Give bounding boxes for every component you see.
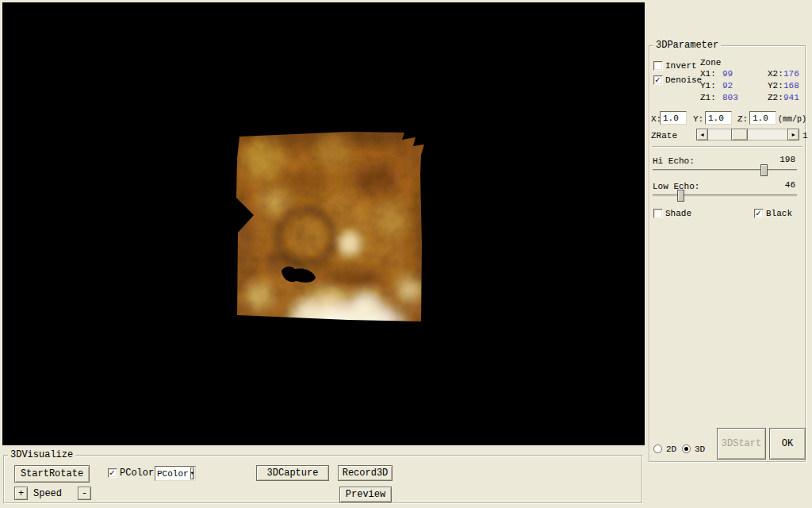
low-echo-slider-thumb[interactable] — [677, 190, 684, 202]
shade-label: Shade — [665, 209, 691, 219]
zone-y1-value: 92 — [722, 80, 768, 92]
mode-3d-label: 3D — [695, 444, 705, 455]
zone-x1-label: X1: — [700, 68, 722, 80]
zrate-label: ZRate — [651, 131, 677, 141]
scale-z-label: Z: — [737, 114, 748, 125]
zone-z2-label: Z2: — [768, 92, 783, 104]
black-label: Black — [766, 209, 792, 219]
low-echo-slider-track[interactable] — [653, 194, 797, 198]
zone-y2-value: 168 — [783, 80, 799, 92]
zone-y1-label: Y1: — [700, 80, 722, 92]
denoise-checkbox[interactable] — [653, 75, 663, 85]
low-echo-label: Low Echo: — [653, 182, 699, 192]
zone-y2-label: Y2: — [768, 80, 783, 92]
low-echo-value: 46 — [785, 180, 795, 190]
zone-z1-value: 803 — [722, 92, 768, 104]
pcolor-dropdown[interactable]: PColor ▼ — [155, 466, 196, 481]
zone-label: Zone — [700, 58, 806, 68]
scale-unit-label: (mm/p) — [778, 114, 806, 125]
scale-y-input[interactable] — [705, 111, 732, 125]
parameter-panel-title: 3DParameter — [653, 40, 721, 51]
denoise-label: Denoise — [665, 75, 702, 86]
hi-echo-slider-track[interactable] — [653, 169, 797, 172]
3dstart-button[interactable]: 3DStart — [717, 428, 766, 460]
arrow-right-icon: ► — [791, 132, 795, 138]
scale-z-input[interactable] — [749, 111, 776, 125]
zone-readout: Zone X1: 99 X2: 176 Y1: 92 Y2: 168 Z1: 8… — [700, 58, 806, 104]
zrate-scrollbar[interactable]: ◄ ► — [696, 129, 799, 140]
hi-echo-label: Hi Echo: — [653, 156, 695, 167]
zone-row-y: Y1: 92 Y2: 168 — [700, 80, 806, 92]
invert-label: Invert — [665, 61, 697, 71]
arrow-left-icon: ◄ — [700, 132, 703, 138]
zone-x2-label: X2: — [768, 68, 783, 80]
zone-x1-value: 99 — [722, 68, 768, 80]
visualize-panel: 3DVisualize StartRotate + Speed - PColor… — [3, 455, 642, 503]
zrate-scroll-right-button[interactable]: ► — [787, 129, 799, 140]
visualize-panel-title: 3DVisualize — [8, 449, 75, 460]
3dcapture-button[interactable]: 3DCapture — [256, 465, 329, 481]
zone-x2-value: 176 — [783, 68, 799, 80]
start-rotate-button[interactable]: StartRotate — [14, 465, 90, 483]
scale-y-label: Y: — [693, 114, 703, 125]
zrate-scroll-left-button[interactable]: ◄ — [696, 129, 708, 140]
invert-checkbox[interactable] — [653, 61, 663, 71]
pcolor-label: PColor — [120, 468, 154, 479]
ok-button[interactable]: OK — [769, 428, 806, 460]
ultrasound-3d-render — [229, 126, 429, 326]
zone-row-x: X1: 99 X2: 176 — [700, 68, 806, 80]
speed-label: Speed — [33, 489, 62, 499]
app-window: 3DParameter Invert Denoise Zone X1: 99 X… — [0, 0, 812, 508]
shade-checkbox[interactable] — [653, 209, 663, 218]
zone-row-z: Z1: 803 Z2: 941 — [700, 92, 806, 104]
preview-button[interactable]: Preview — [339, 487, 392, 502]
mode-3d-radio[interactable] — [682, 444, 691, 453]
scale-x-input[interactable] — [660, 111, 687, 125]
hi-echo-slider-thumb[interactable] — [760, 164, 768, 176]
zrate-scroll-thumb[interactable] — [731, 129, 748, 140]
record3d-button[interactable]: Record3D — [338, 465, 393, 481]
black-checkbox[interactable] — [754, 209, 764, 218]
separator — [652, 146, 802, 148]
zone-z2-value: 941 — [783, 92, 799, 104]
parameter-panel: 3DParameter Invert Denoise Zone X1: 99 X… — [649, 45, 806, 462]
speed-minus-button[interactable]: - — [78, 487, 91, 500]
hi-echo-value: 198 — [779, 155, 795, 164]
pcolor-checkbox[interactable] — [108, 468, 117, 478]
pcolor-dropdown-value: PColor — [155, 469, 190, 479]
chevron-down-icon[interactable]: ▼ — [190, 468, 195, 479]
mode-2d-radio[interactable] — [653, 444, 662, 453]
mode-2d-label: 2D — [666, 444, 676, 455]
render-viewport[interactable] — [2, 2, 645, 445]
zone-z1-label: Z1: — [700, 92, 722, 104]
zrate-value: 1 — [802, 131, 808, 141]
speed-plus-button[interactable]: + — [14, 487, 28, 500]
